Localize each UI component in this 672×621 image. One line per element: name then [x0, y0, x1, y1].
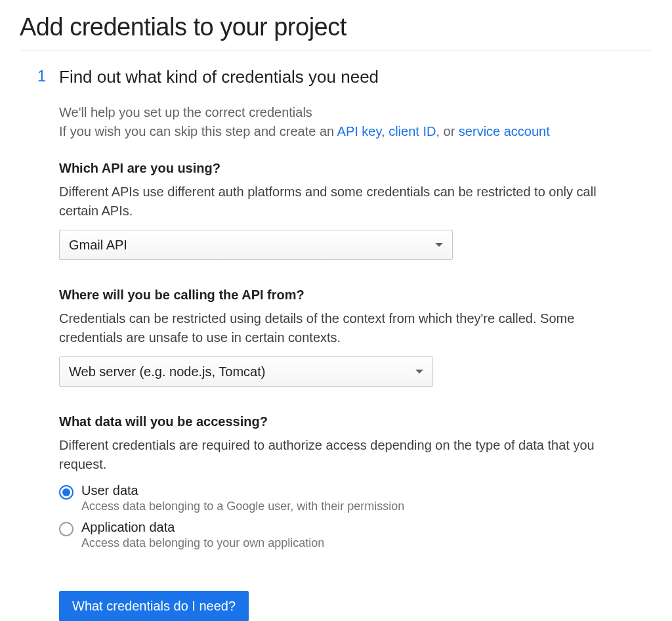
intro-prefix: If you wish you can skip this step and c… — [59, 124, 337, 139]
api-select[interactable]: Gmail API — [59, 230, 453, 260]
section-which-api-desc: Different APIs use different auth platfo… — [59, 182, 633, 221]
intro-line1: We'll help you set up the correct creden… — [59, 103, 633, 122]
radio-application-data-label: Application data — [81, 520, 633, 535]
link-client-id[interactable]: client ID — [388, 124, 436, 139]
section-calling-from-heading: Where will you be calling the API from? — [59, 288, 633, 303]
caret-down-icon — [435, 243, 443, 247]
data-access-radio-group: User data Access data belonging to a Goo… — [59, 483, 633, 550]
calling-from-select-value: Web server (e.g. node.js, Tomcat) — [69, 364, 265, 379]
section-which-api-heading: Which API are you using? — [59, 161, 633, 176]
api-select-value: Gmail API — [69, 238, 127, 253]
intro-sep2: , or — [436, 124, 458, 139]
section-data-access: What data will you be accessing? Differe… — [59, 414, 633, 550]
intro-line2: If you wish you can skip this step and c… — [59, 122, 633, 141]
section-calling-from-desc: Credentials can be restricted using deta… — [59, 309, 633, 347]
section-calling-from: Where will you be calling the API from? … — [59, 288, 633, 387]
step-title: Find out what kind of credentials you ne… — [59, 67, 633, 87]
section-data-access-heading: What data will you be accessing? — [59, 414, 633, 429]
radio-button-icon — [59, 485, 74, 500]
intro-sep1: , — [381, 124, 388, 139]
what-credentials-button[interactable]: What credentials do I need? — [59, 591, 249, 621]
radio-button-icon — [59, 522, 74, 536]
radio-user-data-label: User data — [81, 483, 633, 498]
step-number: 1 — [20, 67, 59, 85]
radio-user-data[interactable]: User data Access data belonging to a Goo… — [59, 483, 633, 513]
section-data-access-desc: Different credentials are required to au… — [59, 436, 633, 474]
step-intro: We'll help you set up the correct creden… — [59, 103, 633, 141]
divider — [20, 51, 652, 51]
calling-from-select[interactable]: Web server (e.g. node.js, Tomcat) — [59, 356, 433, 387]
radio-application-data-desc: Access data belonging to your own applic… — [81, 536, 633, 550]
page-title: Add credentials to your project — [20, 13, 652, 41]
link-service-account[interactable]: service account — [459, 124, 550, 139]
link-api-key[interactable]: API key — [337, 124, 381, 139]
step-1: 1 Find out what kind of credentials you … — [20, 67, 652, 621]
radio-user-data-desc: Access data belonging to a Google user, … — [81, 500, 633, 513]
section-which-api: Which API are you using? Different APIs … — [59, 161, 633, 260]
radio-application-data[interactable]: Application data Access data belonging t… — [59, 520, 633, 550]
caret-down-icon — [415, 370, 423, 374]
